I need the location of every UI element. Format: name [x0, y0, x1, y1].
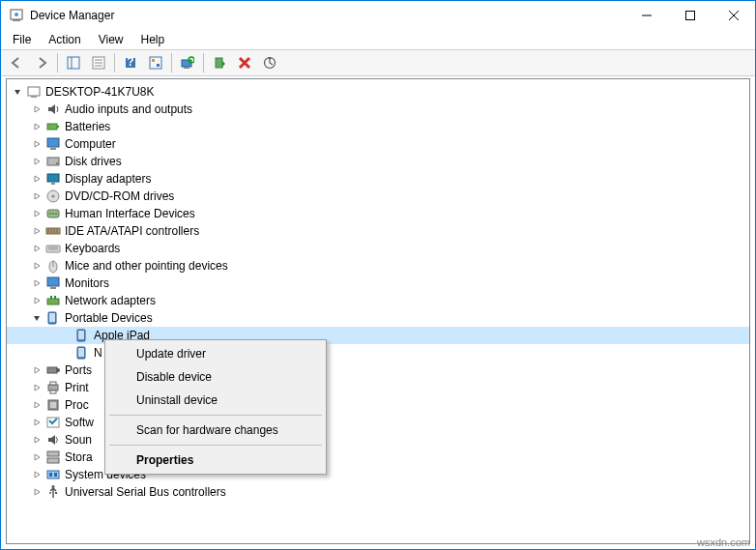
- context-menu-item[interactable]: Update driver: [107, 342, 324, 365]
- context-menu-item[interactable]: Properties: [107, 449, 324, 472]
- svg-rect-53: [54, 296, 56, 299]
- expand-icon[interactable]: [30, 242, 44, 255]
- expand-icon[interactable]: [30, 137, 44, 151]
- show-hide-tree-button[interactable]: [62, 52, 85, 73]
- expand-icon[interactable]: [59, 346, 73, 360]
- tree-category[interactable]: Batteries: [7, 118, 749, 135]
- expand-icon[interactable]: [30, 172, 44, 186]
- context-menu-item[interactable]: Scan for hardware changes: [107, 419, 324, 442]
- tree-category[interactable]: Mice and other pointing devices: [7, 257, 749, 275]
- expand-icon[interactable]: [30, 155, 44, 168]
- portable-icon: [74, 328, 90, 343]
- tree-label: Softw: [65, 416, 94, 429]
- expand-icon[interactable]: [30, 276, 44, 290]
- context-menu: Update driverDisable deviceUninstall dev…: [104, 339, 327, 475]
- svg-rect-59: [78, 348, 84, 357]
- expand-icon[interactable]: [30, 311, 44, 325]
- expand-icon[interactable]: [30, 398, 44, 412]
- options-button[interactable]: [144, 52, 167, 73]
- expand-icon[interactable]: [30, 485, 44, 499]
- minimize-button[interactable]: [625, 2, 668, 30]
- svg-text:?: ?: [127, 56, 133, 69]
- expand-icon[interactable]: [30, 294, 44, 307]
- context-menu-separator: [109, 445, 322, 446]
- expand-icon[interactable]: [30, 381, 44, 394]
- tree-category[interactable]: Display adapters: [7, 170, 749, 188]
- expand-icon[interactable]: [30, 433, 44, 447]
- tree-label: DVD/CD-ROM drives: [65, 189, 174, 203]
- tree-category[interactable]: Universal Serial Bus controllers: [7, 483, 749, 501]
- tree-label: DESKTOP-41K7U8K: [45, 85, 155, 99]
- back-button[interactable]: [5, 52, 28, 73]
- tree-label: Monitors: [65, 276, 109, 290]
- display-icon: [45, 171, 61, 187]
- usb-icon: [45, 484, 61, 500]
- tree-category[interactable]: IDE ATA/ATAPI controllers: [7, 222, 749, 240]
- soft-icon: [45, 415, 61, 430]
- tree-category[interactable]: Disk drives: [7, 153, 749, 170]
- tree-category[interactable]: DVD/CD-ROM drives: [7, 188, 749, 205]
- svg-rect-51: [47, 299, 59, 304]
- tree-category[interactable]: Human Interface Devices: [7, 205, 749, 222]
- menubar: File Action View Help: [1, 30, 755, 49]
- scan-hardware-button[interactable]: [176, 52, 199, 73]
- menu-action[interactable]: Action: [41, 31, 88, 48]
- network-icon: [45, 293, 61, 308]
- svg-rect-64: [50, 391, 56, 393]
- dvd-icon: [45, 188, 61, 204]
- maximize-button[interactable]: [668, 2, 712, 30]
- expand-icon[interactable]: [30, 120, 44, 133]
- app-icon: [9, 8, 24, 23]
- menu-help[interactable]: Help: [133, 31, 173, 48]
- svg-rect-57: [78, 331, 84, 339]
- toolbar-sep: [57, 53, 58, 72]
- menu-file[interactable]: File: [5, 31, 39, 48]
- toolbar-sep: [114, 53, 115, 72]
- svg-point-38: [55, 213, 57, 215]
- svg-rect-26: [57, 126, 59, 128]
- tree-category[interactable]: Portable Devices: [7, 309, 749, 327]
- context-menu-item[interactable]: Uninstall device: [107, 389, 324, 412]
- expand-icon[interactable]: [30, 363, 44, 377]
- device-manager-window: Device Manager File Action View Help ? D…: [0, 0, 756, 550]
- tree-label: Audio inputs and outputs: [65, 102, 192, 116]
- tree-label: Disk drives: [65, 155, 122, 168]
- properties-button[interactable]: [87, 52, 110, 73]
- context-menu-item[interactable]: Disable device: [107, 365, 324, 389]
- tree-category[interactable]: Audio inputs and outputs: [7, 101, 749, 118]
- expand-icon[interactable]: [30, 224, 44, 238]
- toolbar-sep: [203, 53, 204, 72]
- titlebar: Device Manager: [1, 1, 755, 30]
- expand-icon[interactable]: [11, 85, 24, 99]
- uninstall-button[interactable]: [233, 52, 256, 73]
- tree-category[interactable]: Computer: [7, 135, 749, 153]
- enable-button[interactable]: [208, 52, 231, 73]
- tree-root[interactable]: DESKTOP-41K7U8K: [7, 83, 749, 101]
- tree-label: Proc: [65, 398, 89, 412]
- expand-icon[interactable]: [59, 329, 73, 342]
- audio-icon: [45, 101, 61, 117]
- expand-icon[interactable]: [30, 189, 44, 203]
- menu-view[interactable]: View: [91, 31, 131, 48]
- close-button[interactable]: [712, 2, 755, 30]
- update-driver-button[interactable]: [258, 52, 281, 73]
- expand-icon[interactable]: [30, 102, 44, 116]
- toolbar-sep: [171, 53, 172, 72]
- svg-rect-28: [50, 148, 56, 150]
- battery-icon: [45, 119, 61, 134]
- forward-button[interactable]: [30, 52, 53, 73]
- expand-icon[interactable]: [30, 450, 44, 464]
- tree-category[interactable]: Network adapters: [7, 292, 749, 309]
- expand-icon[interactable]: [30, 416, 44, 429]
- svg-rect-62: [48, 385, 58, 391]
- help-button[interactable]: ?: [119, 52, 142, 73]
- root-icon: [26, 84, 42, 100]
- svg-rect-21: [216, 58, 222, 68]
- expand-icon[interactable]: [30, 207, 44, 220]
- tree-label: Human Interface Devices: [65, 207, 195, 220]
- svg-point-36: [49, 213, 51, 215]
- tree-category[interactable]: Keyboards: [7, 240, 749, 257]
- expand-icon[interactable]: [30, 468, 44, 481]
- expand-icon[interactable]: [30, 259, 44, 273]
- tree-category[interactable]: Monitors: [7, 275, 749, 292]
